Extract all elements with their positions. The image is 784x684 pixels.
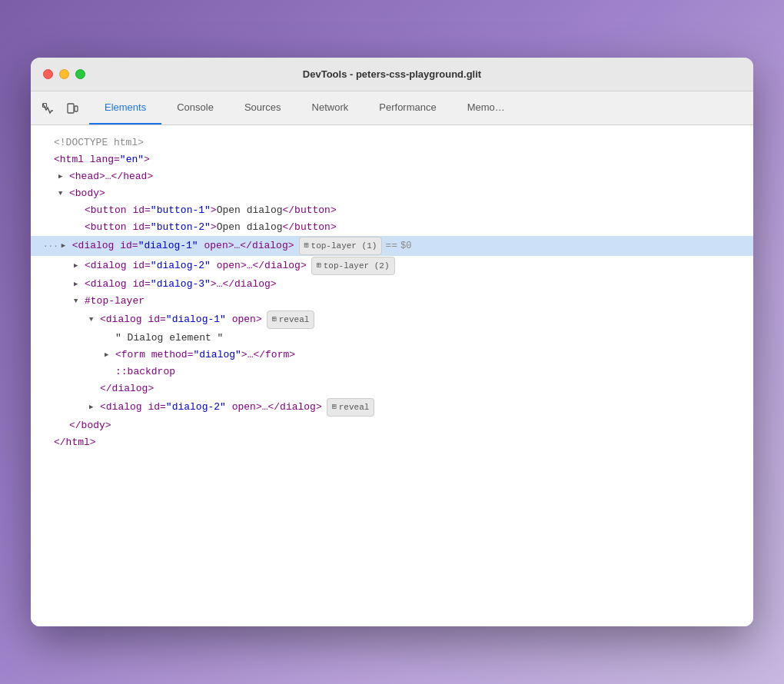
dialog1-close-tag: </dialog> — [100, 381, 154, 397]
spacer7 — [89, 381, 100, 397]
body-open-line: ▼ <body> — [58, 185, 741, 202]
dialog1-close-line: </dialog> — [89, 380, 741, 397]
dialog2-line: ▶ <dialog id="dialog-2" open>…</dialog> … — [74, 256, 741, 276]
toolbar: Elements Console Sources Network Perform… — [31, 91, 753, 125]
body-close-line: </body> — [58, 417, 741, 434]
spacer2 — [43, 152, 54, 168]
button1-tag[interactable]: <button id="button-1">Open dialog</butto… — [85, 203, 337, 218]
dialog2-collapsed-line: ▶ <dialog id="dialog-2" open>…</dialog> … — [89, 397, 741, 417]
spacer9 — [43, 435, 54, 450]
reveal-badge-1[interactable]: ⊞reveal — [267, 310, 315, 329]
dialog1-line[interactable]: ··· ▶ <dialog id="dialog-1" open>…</dial… — [31, 236, 753, 256]
tab-elements[interactable]: Elements — [89, 91, 161, 125]
svg-rect-1 — [68, 104, 74, 113]
tabs: Elements Console Sources Network Perform… — [89, 91, 520, 125]
dialog1-triangle[interactable]: ▶ — [61, 238, 72, 254]
dialog2-tag[interactable]: <dialog id="dialog-2" open>…</dialog> — [85, 258, 307, 274]
backdrop-line: ::backdrop — [105, 364, 741, 380]
titlebar: DevTools - peters-css-playground.glit — [31, 58, 753, 91]
spacer8 — [58, 418, 69, 433]
badge-icon-1: ⊞ — [304, 238, 309, 254]
html-close-line: </html> — [43, 434, 741, 451]
dialog2-collapsed-tag[interactable]: <dialog id="dialog-2" open>…</dialog> — [100, 400, 322, 415]
top-layer-badge-2[interactable]: ⊞top-layer (2) — [311, 257, 395, 275]
window-title: DevTools - peters-css-playground.glit — [303, 68, 481, 80]
tab-sources[interactable]: Sources — [229, 91, 297, 125]
reveal-badge-2[interactable]: ⊞reveal — [327, 398, 375, 417]
doctype-text: <!DOCTYPE html> — [54, 135, 144, 151]
head-triangle[interactable]: ▶ — [58, 169, 69, 184]
tab-performance[interactable]: Performance — [364, 91, 451, 125]
toolbar-icons — [37, 98, 83, 119]
spacer — [43, 135, 54, 151]
form-line: ▶ <form method="dialog">…</form> — [105, 347, 741, 364]
dialog1-expanded-line: ▼ <dialog id="dialog-1" open> ⊞reveal — [89, 310, 741, 330]
tab-console[interactable]: Console — [161, 91, 229, 125]
dialog3-triangle[interactable]: ▶ — [74, 277, 85, 292]
dialog1-exp-triangle[interactable]: ▼ — [89, 312, 100, 327]
button2-tag[interactable]: <button id="button-2">Open dialog</butto… — [85, 220, 337, 235]
tab-memory[interactable]: Memo… — [452, 91, 520, 125]
dialog2-triangle[interactable]: ▶ — [74, 258, 85, 274]
body-open-tag[interactable]: <body> — [69, 186, 105, 201]
traffic-lights — [43, 69, 85, 79]
equal-sign: == — [385, 238, 397, 254]
close-button[interactable] — [43, 69, 53, 79]
tab-network[interactable]: Network — [297, 91, 364, 125]
form-tag[interactable]: <form method="dialog">…</form> — [115, 347, 295, 363]
head-tag[interactable]: <head>…</head> — [69, 169, 153, 184]
devtools-window: DevTools - peters-css-playground.glit El… — [31, 58, 753, 626]
reveal-icon-1: ⊞ — [272, 312, 277, 327]
doctype-line: <!DOCTYPE html> — [43, 134, 741, 151]
device-icon[interactable] — [61, 98, 83, 119]
top-layer-badge-1[interactable]: ⊞top-layer (1) — [299, 237, 383, 255]
badge-icon-2: ⊞ — [317, 258, 321, 274]
dots-menu[interactable]: ··· — [43, 238, 58, 254]
maximize-button[interactable] — [75, 69, 85, 79]
dialog-text-line: " Dialog element " — [105, 330, 741, 347]
dialog1-tag[interactable]: <dialog id="dialog-1" open>…</dialog> — [72, 238, 294, 254]
minimize-button[interactable] — [59, 69, 69, 79]
top-layer-tag[interactable]: #top-layer — [85, 294, 145, 309]
spacer5 — [105, 330, 115, 346]
form-triangle[interactable]: ▶ — [105, 347, 115, 363]
spacer3 — [74, 203, 85, 218]
svg-rect-2 — [75, 106, 78, 111]
backdrop-pseudo[interactable]: ::backdrop — [115, 364, 175, 380]
dialog-text: " Dialog element " — [115, 330, 223, 346]
elements-panel: <!DOCTYPE html> <html lang="en"> ▶ <head… — [31, 125, 753, 626]
html-tag[interactable]: <html lang="en"> — [54, 152, 150, 168]
button1-line: <button id="button-1">Open dialog</butto… — [74, 202, 741, 219]
button2-line: <button id="button-2">Open dialog</butto… — [74, 219, 741, 236]
top-layer-line: ▼ #top-layer — [74, 293, 741, 310]
html-open-line: <html lang="en"> — [43, 151, 741, 168]
dialog3-tag[interactable]: <dialog id="dialog-3">…</dialog> — [85, 277, 277, 292]
head-line: ▶ <head>…</head> — [58, 168, 741, 185]
dialog2-col-triangle[interactable]: ▶ — [89, 400, 100, 415]
spacer4 — [74, 220, 85, 235]
inspector-icon[interactable] — [37, 98, 58, 119]
html-close-tag: </html> — [54, 435, 96, 450]
dollar-zero: $0 — [400, 238, 411, 254]
body-triangle[interactable]: ▼ — [58, 186, 69, 201]
body-close-tag: </body> — [69, 418, 111, 433]
dialog1-expanded-tag[interactable]: <dialog id="dialog-1" open> — [100, 312, 262, 327]
spacer6 — [105, 364, 115, 380]
top-layer-triangle[interactable]: ▼ — [74, 294, 85, 309]
reveal-icon-2: ⊞ — [332, 400, 337, 415]
dialog3-line: ▶ <dialog id="dialog-3">…</dialog> — [74, 276, 741, 293]
